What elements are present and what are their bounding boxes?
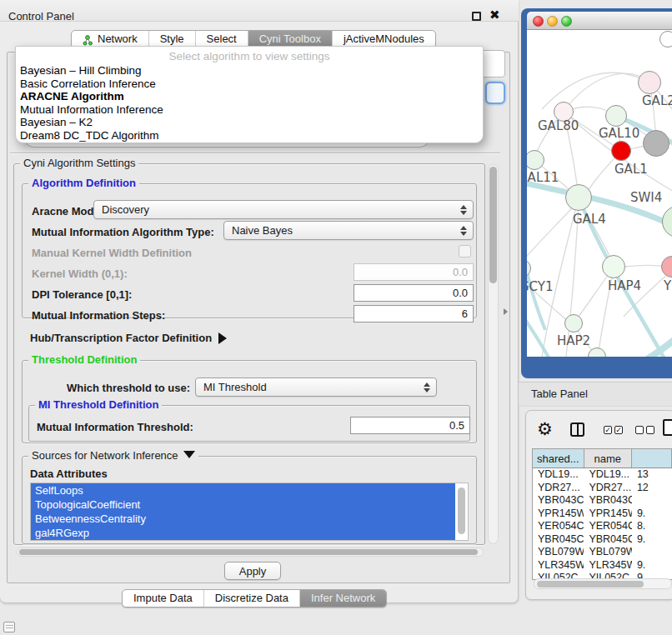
tab-label: Impute Data <box>133 590 193 607</box>
tab-impute-data[interactable]: Impute Data <box>123 590 203 607</box>
node-label-gal80: GAL80 <box>538 118 579 133</box>
collapsed-arrow-icon[interactable] <box>218 332 227 344</box>
dpi-tolerance-field[interactable]: 0.0 <box>354 284 474 302</box>
algorithm-dropdown-list: Bayesian – Hill ClimbingBasic Correlatio… <box>16 64 483 142</box>
network-node-hap2[interactable] <box>564 314 583 332</box>
hub-definition-toggle[interactable]: Hub/Transcription Factor Definition <box>30 332 227 344</box>
algorithm-option-bayesian-hill-climbing[interactable]: Bayesian – Hill Climbing <box>16 64 483 78</box>
window-minimize-button[interactable] <box>547 16 558 27</box>
tab-cyni-toolbox[interactable]: Cyni Toolbox <box>248 31 332 48</box>
network-canvas[interactable]: GAL2GAL80GAL10GAL1GAL11GAL4SWI4GCY1HAP4Y… <box>527 30 672 357</box>
settings-hscrollbar-thumb[interactable] <box>19 549 478 555</box>
network-node[interactable] <box>659 31 672 48</box>
network-node-gcy1[interactable] <box>527 259 531 278</box>
window-zoom-button[interactable] <box>561 16 572 27</box>
table-row[interactable]: YDR27...YDR27...12 <box>533 482 672 495</box>
settings-vscrollbar[interactable] <box>488 164 499 544</box>
table-hscrollbar-thumb[interactable] <box>537 581 644 588</box>
hub-definition-label: Hub/Transcription Factor Definition <box>30 332 212 344</box>
tab-jactivemnodules[interactable]: jActiveMNodules <box>332 31 435 48</box>
network-node-hap4[interactable] <box>602 255 625 278</box>
select-all-icon2[interactable]: ✓ <box>614 426 623 434</box>
network-node-swi4[interactable] <box>662 206 672 238</box>
settings-hscrollbar[interactable] <box>17 548 484 557</box>
manual-kernel-checkbox[interactable] <box>459 245 471 258</box>
table-row[interactable]: YBR043CYBR043C <box>533 494 672 508</box>
attribute-item-gal4rgexp[interactable]: gal4RGexp <box>31 526 455 540</box>
close-panel-icon[interactable]: ✖ <box>489 8 500 22</box>
kernel-width-field[interactable]: 0.0 <box>354 263 474 281</box>
table-row[interactable]: YER054CYER054C8. <box>533 520 672 533</box>
control-panel-titlebar <box>0 0 519 22</box>
network-node-gal4[interactable] <box>565 184 592 211</box>
table-hscrollbar[interactable] <box>534 578 672 589</box>
table-cell <box>632 494 672 508</box>
algorithm-option-mutual-information-inference[interactable]: Mutual Information Inference <box>16 103 483 117</box>
algorithm-definition-title: Algorithm Definition <box>28 178 139 189</box>
column-header-3[interactable] <box>632 449 672 468</box>
network-node-gal2[interactable] <box>638 71 661 94</box>
attribute-item-selfloops[interactable]: SelfLoops <box>31 483 455 498</box>
network-node[interactable] <box>643 130 669 157</box>
algorithm-option-basic-correlation-inference[interactable]: Basic Correlation Inference <box>16 78 483 91</box>
deselect-all-icon[interactable] <box>635 426 644 434</box>
algorithm-dropdown[interactable]: Select algorithm to view settings Bayesi… <box>15 46 484 143</box>
tab-infer-network[interactable]: Infer Network <box>299 590 386 607</box>
apply-button[interactable]: Apply <box>224 562 281 580</box>
tab-style[interactable]: Style <box>148 31 195 48</box>
panel-toggle-icon[interactable] <box>3 622 15 632</box>
tab-discretize-data[interactable]: Discretize Data <box>203 590 299 607</box>
network-node-y[interactable] <box>661 256 672 278</box>
table-cell: YLR345W <box>584 559 631 572</box>
tab-network[interactable]: Network <box>72 31 148 48</box>
window-close-button[interactable] <box>533 16 544 27</box>
network-node[interactable] <box>588 348 606 357</box>
gear-icon[interactable]: ⚙ <box>537 420 553 438</box>
network-node-gal1[interactable] <box>611 141 631 161</box>
list-scrollbar-thumb[interactable] <box>458 488 465 534</box>
sources-group-title[interactable]: Sources for Network Inference <box>28 450 198 462</box>
expanded-arrow-icon[interactable] <box>183 451 195 458</box>
float-panel-icon[interactable] <box>472 12 481 21</box>
table-row[interactable]: YBR045CYBR045C9. <box>533 533 672 547</box>
algorithm-option-bayesian-k2[interactable]: Bayesian – K2 <box>16 116 483 129</box>
table-row[interactable]: YLR345WYLR345W9. <box>533 559 672 572</box>
which-threshold-combo[interactable]: MI Threshold <box>195 378 437 397</box>
mi-type-value: Naive Bayes <box>232 224 293 237</box>
tab-label: jActiveMNodules <box>344 31 424 48</box>
select-all-icon[interactable]: ✓ <box>604 426 612 434</box>
data-attributes-list[interactable]: SelfLoopsTopologicalCoefficientBetweenne… <box>30 482 469 541</box>
deselect-all-icon2[interactable] <box>646 426 654 434</box>
algorithm-option-dream8-dc-tdc-algorithm[interactable]: Dream8 DC_TDC Algorithm <box>16 129 483 142</box>
algorithm-dropdown-prompt: Select algorithm to view settings <box>16 47 483 64</box>
attribute-item-topologicalcoefficient[interactable]: TopologicalCoefficient <box>31 498 455 512</box>
table-cell: YDL19... <box>584 468 631 482</box>
table-row[interactable]: YDL19...YDL19...13 <box>533 468 672 482</box>
hidden-focused-combo[interactable] <box>485 82 505 104</box>
tab-select[interactable]: Select <box>195 31 248 48</box>
node-table[interactable]: shared...name YDL19...YDL19...13YDR27...… <box>532 448 672 580</box>
table-cell: YBL079W <box>533 546 584 559</box>
table-row[interactable]: YPR145WYPR145W9. <box>533 508 672 521</box>
bottom-tab-bar: Impute DataDiscretize DataInfer Network <box>122 589 387 608</box>
mi-steps-field[interactable]: 6 <box>354 305 474 322</box>
column-header-name[interactable]: name <box>584 449 633 468</box>
table-cell: YDR27... <box>584 482 631 495</box>
new-table-icon[interactable] <box>663 419 672 436</box>
algorithm-option-aracne-algorithm[interactable]: ARACNE Algorithm <box>16 90 483 103</box>
table-cell: YBL079W <box>584 546 631 559</box>
aracne-mode-combo[interactable]: Discovery <box>93 200 474 219</box>
table-row[interactable]: YBL079WYBL079W <box>533 546 672 559</box>
mi-type-combo[interactable]: Naive Bayes <box>223 221 474 240</box>
node-label-gal1: GAL1 <box>614 162 648 177</box>
network-node-gal10[interactable] <box>605 105 627 127</box>
mi-threshold-field[interactable]: 0.5 <box>350 417 470 434</box>
attribute-item-betweennesscentrality[interactable]: BetweennessCentrality <box>31 512 455 526</box>
column-header-shared[interactable]: shared... <box>533 449 584 468</box>
table-cell: 9. <box>632 559 672 572</box>
network-node-gal11[interactable] <box>527 150 544 170</box>
settings-vscrollbar-thumb[interactable] <box>489 167 497 283</box>
columns-icon[interactable] <box>570 422 584 437</box>
node-label-gal2: GAL2 <box>642 93 672 108</box>
mi-threshold-label: Mutual Information Threshold: <box>37 421 193 433</box>
